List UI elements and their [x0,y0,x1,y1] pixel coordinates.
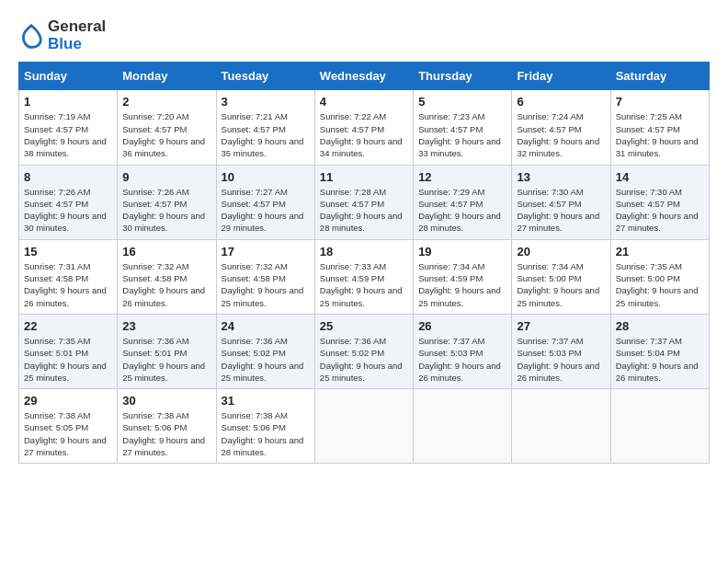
calendar-cell: 16 Sunrise: 7:32 AMSunset: 4:58 PMDaylig… [118,239,216,314]
day-info: Sunrise: 7:26 AMSunset: 4:57 PMDaylight:… [24,187,107,234]
logo-text-line2: Blue [48,36,106,53]
calendar-cell: 31 Sunrise: 7:38 AMSunset: 5:06 PMDaylig… [216,389,314,464]
calendar-cell: 5 Sunrise: 7:23 AMSunset: 4:57 PMDayligh… [414,90,512,165]
day-number: 8 [24,170,112,184]
day-info: Sunrise: 7:32 AMSunset: 4:58 PMDaylight:… [122,261,205,308]
calendar-header-monday: Monday [118,63,216,90]
calendar-cell: 23 Sunrise: 7:36 AMSunset: 5:01 PMDaylig… [118,314,216,388]
calendar-cell: 9 Sunrise: 7:26 AMSunset: 4:57 PMDayligh… [118,165,216,239]
calendar-cell: 24 Sunrise: 7:36 AMSunset: 5:02 PMDaylig… [216,314,314,388]
day-info: Sunrise: 7:37 AMSunset: 5:03 PMDaylight:… [418,336,501,383]
calendar-header-saturday: Saturday [610,63,709,90]
calendar-week-row: 29 Sunrise: 7:38 AMSunset: 5:05 PMDaylig… [19,389,710,464]
day-info: Sunrise: 7:34 AMSunset: 4:59 PMDaylight:… [418,261,501,308]
day-number: 21 [616,245,704,259]
calendar-header-friday: Friday [512,63,610,90]
day-info: Sunrise: 7:22 AMSunset: 4:57 PMDaylight:… [320,111,403,158]
day-number: 25 [320,319,408,333]
day-info: Sunrise: 7:31 AMSunset: 4:58 PMDaylight:… [24,261,107,308]
page-header: General Blue [18,18,710,52]
day-number: 13 [517,170,605,184]
day-number: 11 [320,170,408,184]
day-number: 14 [616,170,704,184]
calendar-cell: 6 Sunrise: 7:24 AMSunset: 4:57 PMDayligh… [512,90,610,165]
day-number: 28 [616,319,704,333]
day-info: Sunrise: 7:38 AMSunset: 5:05 PMDaylight:… [24,410,107,457]
day-number: 16 [122,245,210,259]
calendar-week-row: 15 Sunrise: 7:31 AMSunset: 4:58 PMDaylig… [19,239,710,314]
calendar-cell: 15 Sunrise: 7:31 AMSunset: 4:58 PMDaylig… [19,239,118,314]
calendar-cell: 27 Sunrise: 7:37 AMSunset: 5:03 PMDaylig… [512,314,610,388]
day-info: Sunrise: 7:20 AMSunset: 4:57 PMDaylight:… [122,111,205,158]
day-info: Sunrise: 7:24 AMSunset: 4:57 PMDaylight:… [517,111,599,158]
calendar-header-wednesday: Wednesday [314,63,413,90]
calendar-week-row: 8 Sunrise: 7:26 AMSunset: 4:57 PMDayligh… [19,165,710,239]
calendar-week-row: 1 Sunrise: 7:19 AMSunset: 4:57 PMDayligh… [19,90,710,165]
calendar-header-row: SundayMondayTuesdayWednesdayThursdayFrid… [19,63,710,90]
calendar-cell [512,389,610,464]
calendar-cell [610,389,709,464]
day-info: Sunrise: 7:38 AMSunset: 5:06 PMDaylight:… [122,410,205,457]
logo-text-line1: General [48,18,106,36]
calendar-cell: 28 Sunrise: 7:37 AMSunset: 5:04 PMDaylig… [610,314,709,388]
day-info: Sunrise: 7:19 AMSunset: 4:57 PMDaylight:… [24,111,107,158]
day-number: 22 [24,319,112,333]
day-number: 27 [517,319,605,333]
calendar-week-row: 22 Sunrise: 7:35 AMSunset: 5:01 PMDaylig… [19,314,710,388]
calendar-cell: 4 Sunrise: 7:22 AMSunset: 4:57 PMDayligh… [314,90,413,165]
day-number: 26 [418,319,506,333]
day-info: Sunrise: 7:30 AMSunset: 4:57 PMDaylight:… [616,187,699,234]
calendar-cell: 17 Sunrise: 7:32 AMSunset: 4:58 PMDaylig… [216,239,314,314]
day-info: Sunrise: 7:23 AMSunset: 4:57 PMDaylight:… [418,111,501,158]
calendar-cell: 7 Sunrise: 7:25 AMSunset: 4:57 PMDayligh… [610,90,709,165]
day-number: 24 [222,319,310,333]
day-number: 9 [122,170,210,184]
calendar-cell: 2 Sunrise: 7:20 AMSunset: 4:57 PMDayligh… [118,90,216,165]
day-number: 12 [418,170,506,184]
day-info: Sunrise: 7:25 AMSunset: 4:57 PMDaylight:… [616,111,699,158]
calendar-cell: 3 Sunrise: 7:21 AMSunset: 4:57 PMDayligh… [216,90,314,165]
calendar-cell: 25 Sunrise: 7:36 AMSunset: 5:02 PMDaylig… [314,314,413,388]
day-number: 17 [222,245,310,259]
day-info: Sunrise: 7:29 AMSunset: 4:57 PMDaylight:… [418,187,501,234]
logo: General Blue [18,18,106,52]
calendar-cell: 19 Sunrise: 7:34 AMSunset: 4:59 PMDaylig… [414,239,512,314]
day-info: Sunrise: 7:36 AMSunset: 5:02 PMDaylight:… [222,336,304,383]
day-info: Sunrise: 7:27 AMSunset: 4:57 PMDaylight:… [222,187,304,234]
calendar-header-tuesday: Tuesday [216,63,314,90]
calendar-cell: 21 Sunrise: 7:35 AMSunset: 5:00 PMDaylig… [610,239,709,314]
day-number: 23 [122,319,210,333]
day-number: 31 [222,394,310,408]
day-info: Sunrise: 7:28 AMSunset: 4:57 PMDaylight:… [320,187,403,234]
day-info: Sunrise: 7:38 AMSunset: 5:06 PMDaylight:… [222,410,304,457]
calendar-cell [414,389,512,464]
calendar-cell: 26 Sunrise: 7:37 AMSunset: 5:03 PMDaylig… [414,314,512,388]
day-number: 20 [517,245,605,259]
day-info: Sunrise: 7:32 AMSunset: 4:58 PMDaylight:… [222,261,304,308]
calendar-cell: 14 Sunrise: 7:30 AMSunset: 4:57 PMDaylig… [610,165,709,239]
calendar-cell: 1 Sunrise: 7:19 AMSunset: 4:57 PMDayligh… [19,90,118,165]
day-info: Sunrise: 7:26 AMSunset: 4:57 PMDaylight:… [122,187,205,234]
day-number: 10 [222,170,310,184]
calendar-cell: 8 Sunrise: 7:26 AMSunset: 4:57 PMDayligh… [19,165,118,239]
calendar-table: SundayMondayTuesdayWednesdayThursdayFrid… [18,62,710,464]
day-number: 6 [517,95,605,109]
day-info: Sunrise: 7:21 AMSunset: 4:57 PMDaylight:… [222,111,304,158]
calendar-header-thursday: Thursday [414,63,512,90]
calendar-cell: 10 Sunrise: 7:27 AMSunset: 4:57 PMDaylig… [216,165,314,239]
day-info: Sunrise: 7:35 AMSunset: 5:01 PMDaylight:… [24,336,107,383]
day-number: 5 [418,95,506,109]
calendar-cell: 20 Sunrise: 7:34 AMSunset: 5:00 PMDaylig… [512,239,610,314]
day-number: 3 [222,95,310,109]
day-info: Sunrise: 7:36 AMSunset: 5:01 PMDaylight:… [122,336,205,383]
day-number: 2 [122,95,210,109]
day-info: Sunrise: 7:35 AMSunset: 5:00 PMDaylight:… [616,261,699,308]
logo-icon [18,23,44,49]
calendar-cell: 12 Sunrise: 7:29 AMSunset: 4:57 PMDaylig… [414,165,512,239]
day-info: Sunrise: 7:33 AMSunset: 4:59 PMDaylight:… [320,261,403,308]
day-number: 18 [320,245,408,259]
calendar-header-sunday: Sunday [19,63,118,90]
calendar-body: 1 Sunrise: 7:19 AMSunset: 4:57 PMDayligh… [19,90,710,464]
day-number: 30 [122,394,210,408]
calendar-cell: 29 Sunrise: 7:38 AMSunset: 5:05 PMDaylig… [19,389,118,464]
